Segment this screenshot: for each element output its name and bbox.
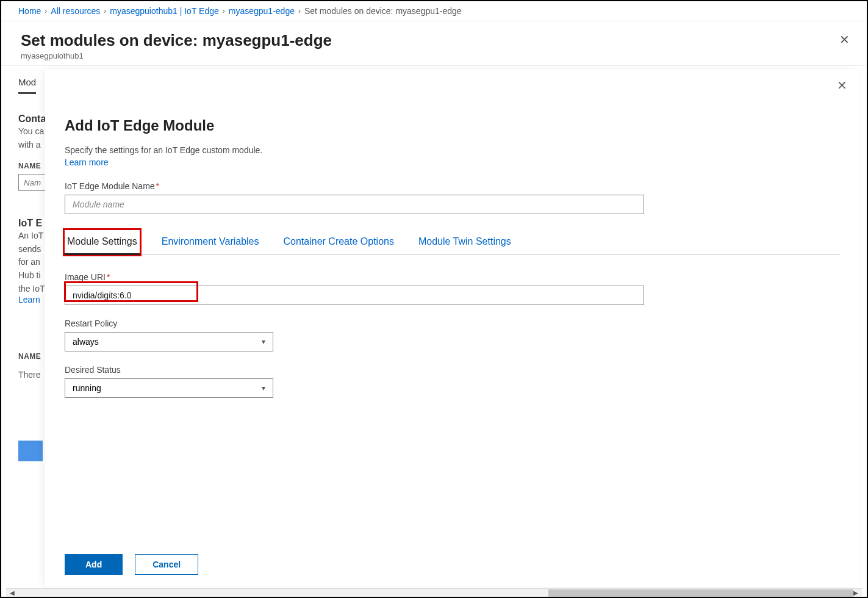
breadcrumb-iothub[interactable]: myasegpuiothub1 | IoT Edge [110,6,219,16]
module-name-label: IoT Edge Module Name* [65,181,840,191]
chevron-down-icon: ▾ [262,384,265,392]
breadcrumb-current: Set modules on device: myasegpu1-edge [304,6,462,16]
breadcrumb-home[interactable]: Home [18,6,41,16]
add-button[interactable]: Add [65,554,123,575]
page-subtitle: myasegpuiothub1 [21,51,847,60]
bg-add-button-stub[interactable] [18,441,43,461]
tab-module-twin[interactable]: Module Twin Settings [416,230,514,254]
add-module-panel: ✕ Add IoT Edge Module Specify the settin… [45,70,859,587]
module-name-input[interactable] [65,195,644,214]
desired-status-select[interactable]: running ▾ [65,378,273,398]
close-icon[interactable]: ✕ [837,78,847,93]
panel-footer: Add Cancel [65,554,198,575]
breadcrumb-all-resources[interactable]: All resources [51,6,100,16]
restart-policy-select[interactable]: always ▾ [65,332,273,351]
chevron-right-icon: › [45,7,47,15]
restart-policy-value: always [73,337,99,347]
close-icon[interactable]: ✕ [839,32,850,47]
chevron-down-icon: ▾ [262,337,265,346]
page-header: Set modules on device: myasegpu1-edge my… [1,21,867,66]
chevron-right-icon: › [223,7,225,15]
tab-container-create[interactable]: Container Create Options [281,230,396,254]
bg-learn-link[interactable]: Learn [18,295,40,304]
panel-description: Specify the settings for an IoT Edge cus… [65,145,840,155]
scroll-left-icon[interactable]: ◀ [7,589,17,596]
chevron-right-icon: › [104,7,106,15]
tab-module-settings[interactable]: Module Settings [65,230,140,254]
cancel-button[interactable]: Cancel [135,554,198,575]
chevron-right-icon: › [298,7,301,15]
image-uri-label: Image URI* [65,272,840,282]
page-title: Set modules on device: myasegpu1-edge [21,31,847,50]
scrollbar-thumb[interactable] [548,589,853,597]
breadcrumb-edge-device[interactable]: myasegpu1-edge [229,6,295,16]
panel-title: Add IoT Edge Module [65,117,840,134]
image-uri-input[interactable] [65,286,644,305]
tab-modules-stub[interactable]: Mod [18,77,36,94]
desired-status-value: running [73,383,101,393]
tab-env-vars[interactable]: Environment Variables [159,230,262,254]
desired-status-label: Desired Status [65,365,840,375]
learn-more-link[interactable]: Learn more [65,157,109,167]
breadcrumb: Home › All resources › myasegpuiothub1 |… [1,1,867,21]
horizontal-scrollbar[interactable]: ◀ ▶ [6,588,862,597]
panel-tabs: Module Settings Environment Variables Co… [65,230,840,255]
restart-policy-label: Restart Policy [65,319,840,328]
